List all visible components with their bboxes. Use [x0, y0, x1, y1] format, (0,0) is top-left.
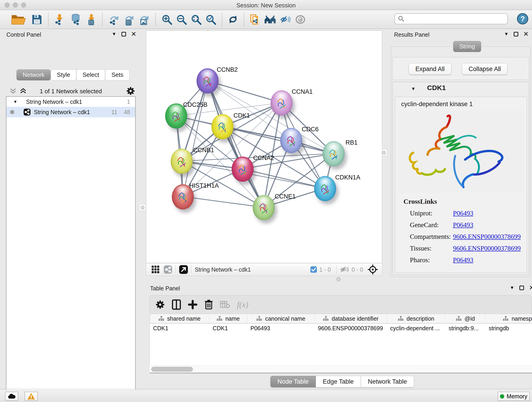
table-settings-gear-icon[interactable]	[155, 299, 165, 310]
crosslink-label: Uniprot:	[410, 210, 453, 217]
zoom-selected-button[interactable]	[203, 12, 218, 27]
table-horizontal-scrollbar[interactable]	[150, 365, 532, 373]
tab-string[interactable]: String	[453, 41, 481, 52]
table-cell[interactable]: P06493	[247, 324, 315, 333]
results-panel-menu-icon[interactable]: ▼	[504, 32, 509, 37]
bottom-splitter-handle[interactable]	[336, 277, 341, 281]
node-CDKN1A[interactable]	[314, 176, 336, 201]
table-cell[interactable]: stringdb	[486, 324, 532, 333]
node-CCNA2[interactable]	[232, 157, 254, 182]
expand-all-button[interactable]: Expand All	[409, 63, 451, 75]
left-splitter-handle[interactable]	[139, 204, 146, 211]
scrollbar-thumb[interactable]	[151, 367, 193, 372]
table-cell[interactable]: cyclin-dependent ...	[387, 324, 445, 333]
crosslink-row: Compartments: 9606.ENSP00000378699	[410, 233, 527, 240]
results-panel-close-icon[interactable]: ✕	[523, 32, 529, 36]
column-header-database-identifier[interactable]: database identifier	[315, 314, 387, 323]
column-header-shared-name[interactable]: shared name	[150, 314, 209, 323]
copy-network-button[interactable]	[248, 12, 262, 27]
table-panel-float-icon[interactable]	[519, 286, 524, 290]
column-header-canonical-name[interactable]: canonical name	[247, 314, 315, 323]
control-panel-float-icon[interactable]	[121, 32, 126, 36]
delete-column-trash-icon[interactable]	[204, 299, 213, 310]
column-header-description[interactable]: description	[387, 314, 445, 323]
refresh-layout-button[interactable]	[226, 12, 240, 27]
hide-graphics-details-button[interactable]	[278, 12, 293, 27]
crosslink-value-link[interactable]: 9606.ENSP00000378699	[453, 245, 521, 252]
home-button[interactable]	[262, 12, 278, 27]
zoom-in-button[interactable]	[159, 12, 174, 27]
hidden-eye-slash-icon[interactable]	[340, 266, 349, 274]
help-button[interactable]: ?	[517, 13, 528, 25]
table-cell[interactable]: CDK1	[150, 324, 209, 333]
table-cell[interactable]: 9606.ENSP00000378699	[315, 324, 387, 333]
zoom-out-button[interactable]	[174, 12, 189, 27]
node-CCNB1[interactable]	[171, 149, 193, 174]
show-columns-icon[interactable]	[172, 299, 181, 310]
create-column-plus-icon[interactable]	[188, 299, 197, 310]
network-list-toolbar: 1 of 1 Network selected	[6, 86, 136, 96]
grid-view-icon[interactable]	[151, 265, 160, 274]
node-table[interactable]: shared name name canonical name database…	[150, 314, 532, 373]
selected-checkbox-icon[interactable]	[310, 266, 317, 273]
control-panel-close-icon[interactable]: ✕	[131, 32, 136, 36]
node-RB1[interactable]	[323, 141, 345, 166]
string-view-icon[interactable]	[164, 265, 172, 274]
memory-button[interactable]: Memory	[498, 392, 530, 401]
node-CCNE1[interactable]	[253, 195, 275, 220]
network-list: ▼ String Network – cdk1 1 String Network…	[6, 96, 136, 402]
tab-network-table[interactable]: Network Table	[361, 376, 414, 387]
import-database-button[interactable]	[67, 12, 84, 27]
results-panel-float-icon[interactable]	[514, 32, 518, 36]
export-image-button[interactable]	[137, 12, 152, 27]
node-CDC6[interactable]	[280, 128, 302, 153]
gene-card-expander-icon[interactable]: ▼	[411, 86, 416, 91]
network-collection-row[interactable]: ▼ String Network – cdk1 1	[6, 97, 135, 107]
edge-HIST1H1A-CCNE1[interactable]	[183, 197, 264, 207]
table-panel-menu-icon[interactable]: ▼	[510, 285, 514, 290]
crosslink-value-link[interactable]: P06493	[453, 221, 473, 229]
crosslink-value-link[interactable]: P06493	[453, 210, 473, 217]
node-CCNB2[interactable]	[196, 68, 219, 94]
tab-select[interactable]: Select	[76, 70, 105, 80]
search-input[interactable]	[394, 13, 508, 24]
tab-style[interactable]: Style	[51, 70, 76, 80]
edge-CCNA2-CDKN1A[interactable]	[242, 169, 325, 188]
tab-node-table[interactable]: Node Table	[270, 376, 316, 387]
export-network-button[interactable]	[106, 12, 121, 27]
crosslink-value-link[interactable]: P06493	[453, 256, 473, 264]
table-panel-close-icon[interactable]: ✕	[529, 286, 532, 290]
warning-button[interactable]	[25, 392, 38, 401]
cloud-status-button[interactable]	[5, 392, 18, 401]
control-panel-menu-icon[interactable]: ▼	[112, 32, 116, 37]
birds-eye-view-icon[interactable]	[179, 265, 188, 274]
table-cell[interactable]: CDK1	[209, 324, 247, 333]
tab-edge-table[interactable]: Edge Table	[316, 376, 361, 387]
preview-mode-button[interactable]	[293, 12, 307, 27]
tab-sets[interactable]: Sets	[105, 70, 129, 80]
table-row[interactable]: CDK1CDK1P064939606.ENSP00000378699cyclin…	[150, 324, 532, 333]
export-table-button[interactable]	[121, 12, 137, 27]
edge-CCNB2-HIST1H1A[interactable]	[183, 81, 208, 197]
network-options-gear-icon[interactable]	[126, 86, 135, 96]
open-session-button[interactable]	[9, 12, 29, 27]
column-header-name[interactable]: name	[209, 314, 247, 323]
tab-network[interactable]: Network	[17, 70, 51, 80]
crosslink-value-link[interactable]: 9606.ENSP00000378699	[453, 233, 521, 240]
fit-selected-crosshair-icon[interactable]	[368, 264, 378, 274]
node-CCNA1[interactable]	[271, 90, 293, 115]
column-header-id[interactable]: @id	[445, 314, 486, 323]
zoom-fit-button[interactable]	[189, 12, 203, 27]
node-CDK1[interactable]	[211, 114, 234, 139]
table-cell[interactable]: stringdb:9...	[445, 324, 486, 333]
save-session-button[interactable]	[29, 12, 44, 27]
collapse-all-button[interactable]: Collapse All	[462, 63, 507, 75]
import-network-button[interactable]	[52, 12, 67, 27]
edge-CCNB2-CCNA1[interactable]	[207, 81, 281, 103]
import-table-button[interactable]	[84, 12, 99, 27]
network-canvas[interactable]: CCNB2 CCNA1 CDC25B CDK1 CDC6 RB1 CCNB1 C…	[146, 31, 382, 263]
column-header-namespace[interactable]: namespace	[486, 314, 532, 323]
string-results-container: Expand All Collapse All ▼ CDK1 cyclin-de…	[391, 46, 531, 277]
collection-expander-icon[interactable]: ▼	[13, 99, 17, 104]
network-row[interactable]: String Network – cdk1 11 48	[6, 107, 135, 117]
